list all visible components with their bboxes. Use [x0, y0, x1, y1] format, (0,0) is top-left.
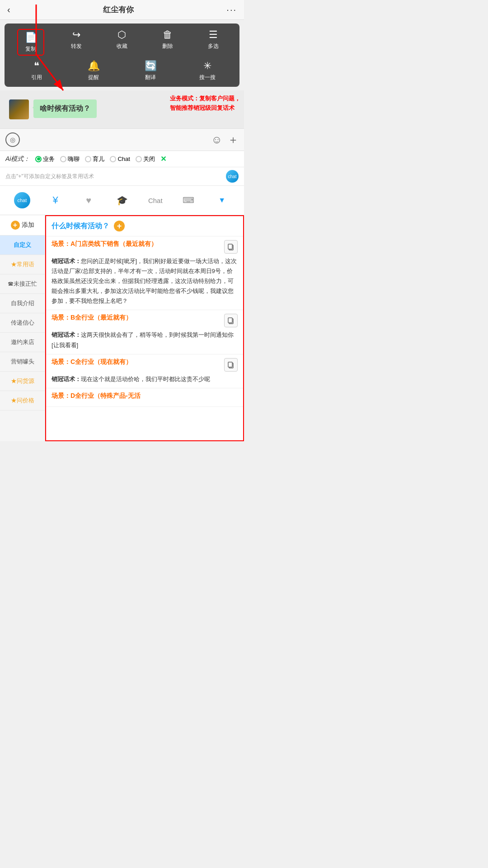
multiselect-icon: ☰	[209, 29, 218, 41]
add-label: 添加	[22, 221, 34, 229]
menu-row-1: 📄 复制 ↪ 转发 ⬡ 收藏 🗑 删除 ☰ 多选	[8, 29, 236, 56]
copy-a-button[interactable]	[224, 240, 238, 254]
ai-mode-off[interactable]: 关闭	[136, 155, 155, 163]
radio-english	[110, 156, 116, 162]
content-panel: 什么时候有活动？ + 场景：A门店类线下销售（最近就有） 销冠话术：您问的正是时…	[45, 215, 244, 441]
plus-circle-icon: +	[11, 221, 20, 230]
main-panel: + 添加 自定义 ★常用语 ☎未接正忙 自我介绍 传递信心 邀约来店 营销噱头 …	[0, 215, 244, 441]
sidebar-item-source[interactable]: ★问货源	[0, 372, 45, 391]
toolbar-keyboard[interactable]: ⌨	[172, 193, 206, 208]
delete-icon: 🗑	[163, 29, 173, 41]
back-button[interactable]: ‹	[7, 5, 10, 15]
sidebar-item-missed[interactable]: ☎未接正忙	[0, 274, 45, 294]
copy-b-button[interactable]	[224, 314, 238, 327]
sidebar-item-intro[interactable]: 自我介绍	[0, 294, 45, 313]
favorite-icon: ⬡	[117, 29, 126, 41]
menu-delete[interactable]: 🗑 删除	[154, 29, 181, 56]
text-input[interactable]	[25, 132, 206, 147]
chat-text-icon: Chat	[148, 197, 163, 204]
sidebar-item-marketing[interactable]: 营销噱头	[0, 352, 45, 372]
more-button[interactable]: ···	[226, 5, 237, 15]
radio-off	[136, 156, 142, 162]
toolbar-dropdown[interactable]: ▼	[205, 193, 239, 207]
copy-icon: 📄	[25, 32, 37, 43]
robot-icon: chat	[14, 192, 30, 208]
menu-quote[interactable]: ❝ 引用	[23, 60, 50, 81]
sidebar-item-confidence[interactable]: 传递信心	[0, 313, 45, 333]
menu-search[interactable]: ✳ 搜一搜	[194, 60, 221, 81]
chat-ai-icon[interactable]: chat	[226, 170, 239, 183]
toolbar: chat ¥ ♥ 🎓 Chat ⌨ ▼	[0, 186, 244, 215]
question-add-button[interactable]: +	[114, 221, 125, 231]
add-button[interactable]: ＋	[228, 132, 239, 147]
page-title: 红尘有你	[103, 5, 134, 15]
graduation-icon: 🎓	[117, 195, 128, 206]
toolbar-chat-text[interactable]: Chat	[139, 194, 172, 207]
radio-childcare	[85, 156, 91, 162]
scenario-c-title: 场景：C全行业（现在就有）	[52, 358, 238, 372]
ai-mode-bar: Ai模式： 业务 嗨聊 育儿 Chat 关闭 ✕	[0, 151, 244, 167]
menu-multiselect[interactable]: ☰ 多选	[200, 29, 227, 56]
ai-mode-english[interactable]: Chat	[110, 156, 130, 162]
context-menu: 📄 复制 ↪ 转发 ⬡ 收藏 🗑 删除 ☰ 多选 ❝ 引用 🔔 提醒 🔄	[5, 24, 239, 87]
emoji-button[interactable]: ☺	[211, 133, 222, 146]
menu-remind[interactable]: 🔔 提醒	[80, 60, 107, 81]
dropdown-icon: ▼	[218, 196, 225, 204]
menu-favorite[interactable]: ⬡ 收藏	[108, 29, 136, 56]
remind-icon: 🔔	[88, 60, 100, 72]
menu-translate[interactable]: 🔄 翻译	[137, 60, 164, 81]
scenario-a-content: 销冠话术：您问的正是时候[呲牙]，我们刚好最近要做一场大活动，这次活动是厂家/总…	[52, 256, 238, 306]
radio-chat	[60, 156, 66, 162]
voice-icon: ◎	[10, 136, 15, 143]
svg-rect-4	[228, 318, 232, 323]
scenario-d: 场景：D全行业（特殊产品-无活	[46, 388, 243, 407]
annotation-text: 业务模式：复制客户问题，智能推荐销冠级回复话术	[170, 94, 240, 113]
quote-icon: ❝	[34, 60, 39, 72]
toolbar-graduation[interactable]: 🎓	[105, 192, 139, 208]
ai-label: Ai模式：	[5, 155, 30, 163]
scenario-b: 场景：B全行业（最近就有） 销冠话术：这两天很快就会有了，稍等等哈，到时候我第一…	[46, 310, 243, 354]
scenario-b-title: 场景：B全行业（最近就有）	[52, 314, 238, 327]
toolbar-money[interactable]: ¥	[39, 192, 72, 209]
svg-rect-6	[228, 362, 232, 367]
menu-row-2: ❝ 引用 🔔 提醒 🔄 翻译 ✳ 搜一搜	[8, 60, 236, 81]
ai-mode-childcare[interactable]: 育儿	[85, 155, 104, 163]
scenario-d-title: 场景：D全行业（特殊产品-无活	[52, 392, 238, 400]
sidebar-item-invite[interactable]: 邀约来店	[0, 333, 45, 352]
chat-bubble: 啥时候有活动？	[33, 99, 97, 118]
translate-icon: 🔄	[145, 60, 157, 72]
sidebar-item-common[interactable]: ★常用语	[0, 255, 45, 274]
menu-copy[interactable]: 📄 复制	[17, 29, 44, 56]
toolbar-robot[interactable]: chat	[5, 189, 39, 211]
scenario-c-content: 销冠话术：现在这个就是活动价哈，我们平时都比这贵不少呢	[52, 374, 238, 384]
sidebar: + 添加 自定义 ★常用语 ☎未接正忙 自我介绍 传递信心 邀约来店 营销噱头 …	[0, 215, 45, 441]
svg-rect-2	[228, 244, 232, 249]
question-title: 什么时候有活动？	[52, 222, 109, 231]
copy-c-button[interactable]	[224, 358, 238, 372]
input-bar: ◎ ☺ ＋	[0, 128, 244, 151]
voice-button[interactable]: ◎	[5, 132, 20, 147]
money-icon: ¥	[52, 194, 58, 206]
scenario-b-content: 销冠话术：这两天很快就会有了，稍等等哈，到时候我第一时间通知你[让我看看]	[52, 330, 238, 350]
toolbar-heart[interactable]: ♥	[72, 193, 105, 208]
radio-business	[35, 156, 42, 162]
scenario-a-title: 场景：A门店类线下销售（最近就有）	[52, 240, 238, 254]
scenario-a: 场景：A门店类线下销售（最近就有） 销冠话术：您问的正是时候[呲牙]，我们刚好最…	[46, 236, 243, 310]
hint-bar: 点击"+"可添加自定义标签及常用话术 chat	[0, 167, 244, 186]
hint-text: 点击"+"可添加自定义标签及常用话术	[5, 173, 94, 180]
ai-mode-chat[interactable]: 嗨聊	[60, 155, 80, 163]
heart-icon: ♥	[86, 195, 91, 206]
avatar	[9, 99, 29, 119]
keyboard-icon: ⌨	[183, 195, 194, 205]
ai-mode-business[interactable]: 业务	[35, 155, 55, 163]
sidebar-add-button[interactable]: + 添加	[0, 215, 45, 236]
scenario-c: 场景：C全行业（现在就有） 销冠话术：现在这个就是活动价哈，我们平时都比这贵不少…	[46, 354, 243, 388]
search-icon: ✳	[203, 60, 211, 72]
header: ‹ 红尘有你 ···	[0, 0, 244, 20]
question-header: 什么时候有活动？ +	[46, 216, 243, 236]
sidebar-item-price[interactable]: ★问价格	[0, 391, 45, 410]
sidebar-item-custom[interactable]: 自定义	[0, 236, 45, 255]
menu-forward[interactable]: ↪ 转发	[63, 29, 90, 56]
forward-icon: ↪	[72, 29, 80, 41]
close-button[interactable]: ✕	[160, 155, 166, 163]
